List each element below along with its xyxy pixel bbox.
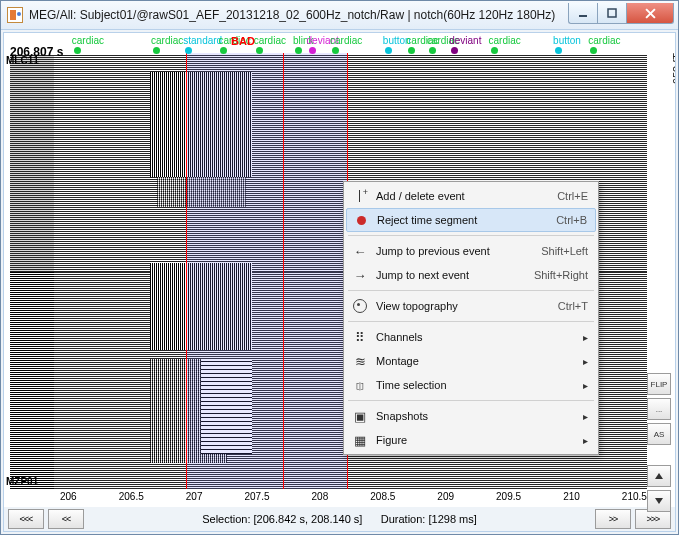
channel-label-last: MZP01 xyxy=(6,476,38,487)
menu-item-label: View topography xyxy=(370,300,558,312)
menu-item[interactable]: ⎅Time selection xyxy=(346,373,596,397)
window-title: MEG/All: Subject01/@rawS01_AEF_20131218_… xyxy=(29,8,568,22)
x-tick: 208 xyxy=(312,491,329,505)
menu-item-label: Add / delete event xyxy=(370,190,557,202)
x-tick: 210 xyxy=(563,491,580,505)
event-marker[interactable]: cardiac xyxy=(489,35,521,46)
event-dot-icon xyxy=(590,47,597,54)
nav-next[interactable]: >> xyxy=(595,509,631,529)
titlebar: MEG/All: Subject01/@rawS01_AEF_20131218_… xyxy=(1,1,678,30)
event-marker[interactable]: cardiac xyxy=(151,35,183,46)
nav-last[interactable]: >>> xyxy=(635,509,671,529)
x-tick: 206.5 xyxy=(119,491,144,505)
signal-canvas[interactable]: 206.807 s 653 fT MLC11 MZP01 cardi xyxy=(4,33,675,507)
nav-prev[interactable]: << xyxy=(48,509,84,529)
event-marker[interactable]: cardiac xyxy=(330,35,362,46)
event-markers: cardiaccardiacstandardcardiaccardiacblin… xyxy=(60,35,647,55)
menu-item[interactable]: ▣Snapshots xyxy=(346,404,596,428)
status-text: Selection: [206.842 s, 208.140 s] Durati… xyxy=(88,513,591,525)
menu-shortcut: Ctrl+T xyxy=(558,300,588,312)
event-dot-icon xyxy=(256,47,263,54)
close-button[interactable] xyxy=(626,3,674,24)
event-marker[interactable]: deviant xyxy=(449,35,481,46)
flip-button[interactable]: FLIP xyxy=(647,373,671,395)
scale-up-button[interactable] xyxy=(647,465,671,487)
flag-icon xyxy=(350,190,370,202)
event-dot-icon xyxy=(153,47,160,54)
menu-item[interactable]: Reject time segmentCtrl+B xyxy=(346,208,596,232)
side-toolbar: FLIP ... AS xyxy=(647,373,671,512)
menu-item-label: Time selection xyxy=(370,379,577,391)
→-icon: → xyxy=(350,268,370,283)
menu-separator xyxy=(348,235,594,236)
time-cursor[interactable] xyxy=(283,53,284,489)
menu-item-label: Jump to next event xyxy=(370,269,534,281)
bottom-bar: <<< << Selection: [206.842 s, 208.140 s]… xyxy=(4,507,675,531)
menu-item[interactable]: ←Jump to previous eventShift+Left xyxy=(346,239,596,263)
event-marker[interactable]: cardiac xyxy=(254,35,286,46)
minimize-button[interactable] xyxy=(568,3,597,24)
menu-item[interactable]: →Jump to next eventShift+Right xyxy=(346,263,596,287)
menu-item[interactable]: Add / delete eventCtrl+E xyxy=(346,184,596,208)
menu-item[interactable]: ≋Montage xyxy=(346,349,596,373)
x-tick: 207.5 xyxy=(245,491,270,505)
menu-shortcut: Ctrl+B xyxy=(556,214,587,226)
event-dot-icon xyxy=(451,47,458,54)
event-dot-icon xyxy=(309,47,316,54)
event-dot-icon xyxy=(332,47,339,54)
event-dot-icon xyxy=(385,47,392,54)
app-window: MEG/All: Subject01/@rawS01_AEF_20131218_… xyxy=(0,0,679,535)
⠿-icon: ⠿ xyxy=(350,330,370,345)
menu-separator xyxy=(348,400,594,401)
←-icon: ← xyxy=(350,244,370,259)
bad-segment-label: BAD xyxy=(231,35,255,47)
menu-item-label: Jump to previous event xyxy=(370,245,541,257)
menu-shortcut: Ctrl+E xyxy=(557,190,588,202)
event-dot-icon xyxy=(185,47,192,54)
nav-first[interactable]: <<< xyxy=(8,509,44,529)
▦-icon: ▦ xyxy=(350,433,370,448)
event-dot-icon xyxy=(491,47,498,54)
y-scale-label: 653 fT xyxy=(671,53,676,84)
x-tick: 209.5 xyxy=(496,491,521,505)
menu-item[interactable]: ⠿Channels xyxy=(346,325,596,349)
scale-down-button[interactable] xyxy=(647,490,671,512)
menu-item[interactable]: ▦Figure xyxy=(346,428,596,452)
⎅-icon: ⎅ xyxy=(350,378,370,393)
menu-separator xyxy=(348,290,594,291)
x-tick: 210.5 xyxy=(622,491,647,505)
menu-shortcut: Shift+Right xyxy=(534,269,588,281)
event-marker[interactable]: standard xyxy=(183,35,222,46)
event-marker[interactable]: button xyxy=(553,35,581,46)
channel-label-first: MLC11 xyxy=(6,55,39,66)
topo-icon xyxy=(350,299,370,313)
x-axis: 206206.5207207.5208208.5209209.5210210.5 xyxy=(60,491,647,505)
event-marker[interactable]: cardiac xyxy=(588,35,620,46)
reddot-icon xyxy=(351,216,371,225)
menu-item-label: Reject time segment xyxy=(371,214,556,226)
▣-icon: ▣ xyxy=(350,409,370,424)
window-controls xyxy=(568,3,674,23)
autoscale-button[interactable]: AS xyxy=(647,423,671,445)
event-marker[interactable]: cardiac xyxy=(72,35,104,46)
x-tick: 206 xyxy=(60,491,77,505)
maximize-button[interactable] xyxy=(597,3,626,24)
more-button[interactable]: ... xyxy=(647,398,671,420)
status-duration: Duration: [1298 ms] xyxy=(381,513,477,525)
menu-item-label: Snapshots xyxy=(370,410,577,422)
event-dot-icon xyxy=(74,47,81,54)
event-dot-icon xyxy=(220,47,227,54)
≋-icon: ≋ xyxy=(350,354,370,369)
menu-item-label: Montage xyxy=(370,355,577,367)
event-dot-icon xyxy=(295,47,302,54)
x-tick: 207 xyxy=(186,491,203,505)
x-tick: 209 xyxy=(437,491,454,505)
event-dot-icon xyxy=(408,47,415,54)
svg-rect-1 xyxy=(608,9,616,17)
content: 206.807 s 653 fT MLC11 MZP01 cardi xyxy=(3,32,676,532)
x-tick: 208.5 xyxy=(370,491,395,505)
menu-shortcut: Shift+Left xyxy=(541,245,588,257)
event-dot-icon xyxy=(555,47,562,54)
menu-item[interactable]: View topographyCtrl+T xyxy=(346,294,596,318)
time-selection[interactable] xyxy=(186,53,348,489)
